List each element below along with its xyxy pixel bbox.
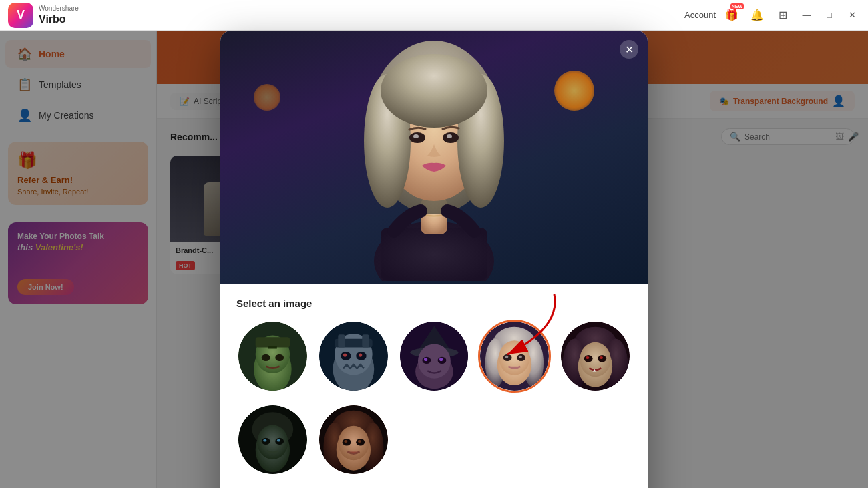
svg-point-28	[359, 354, 362, 357]
modal-close-button[interactable]: ✕	[620, 40, 638, 59]
title-bar: V Wondershare Virbo Account 🎁 NEW 🔔 ⊞ — …	[0, 0, 868, 31]
svg-rect-23	[338, 334, 345, 347]
svg-point-77	[358, 440, 361, 443]
avatar-item-2[interactable]	[317, 320, 390, 393]
image-select-modal: ✕ Select an image	[220, 31, 648, 488]
avatar-placeholder-3	[398, 403, 471, 476]
logo-icon: V	[8, 3, 33, 28]
brand-name: Virbo	[39, 13, 79, 25]
avatar-item-6[interactable]	[236, 403, 309, 476]
avatar-circle-4	[480, 322, 549, 391]
avatar-grid-row1	[236, 320, 632, 393]
logo-text: Wondershare Virbo	[39, 5, 79, 25]
brand-top: Wondershare	[39, 5, 79, 13]
avatar-circle-3	[400, 322, 469, 391]
svg-point-76	[344, 440, 347, 443]
svg-point-36	[424, 358, 427, 361]
bg-orb-1	[554, 71, 594, 111]
svg-point-18	[275, 354, 284, 361]
avatar-item-5[interactable]	[559, 320, 632, 393]
svg-point-66	[263, 439, 266, 442]
grid-icon[interactable]: ⊞	[773, 6, 792, 25]
avatar-circle-6	[238, 405, 307, 474]
avatar-placeholder-4	[478, 403, 551, 476]
svg-point-57	[600, 356, 603, 359]
svg-point-27	[343, 354, 347, 357]
modal-preview-image: ✕	[220, 31, 648, 284]
bg-orb-2	[254, 84, 280, 111]
maximize-button[interactable]: □	[821, 7, 837, 23]
svg-point-46	[505, 356, 509, 358]
svg-point-17	[262, 354, 270, 361]
account-label: Account	[684, 10, 716, 20]
svg-rect-24	[362, 334, 369, 347]
avatar-item-7[interactable]	[317, 403, 390, 476]
new-badge: NEW	[730, 3, 744, 9]
svg-point-47	[519, 356, 522, 358]
svg-point-67	[277, 439, 280, 442]
avatar-item-1[interactable]	[236, 320, 309, 393]
gift-icon[interactable]: 🎁 NEW	[722, 6, 741, 25]
avatar-item-4[interactable]	[478, 320, 551, 393]
avatar-placeholder-5	[559, 403, 632, 476]
avatar-item-3[interactable]	[398, 320, 471, 393]
svg-rect-15	[256, 337, 290, 347]
select-image-label: Select an image	[236, 298, 632, 309]
svg-point-37	[439, 358, 443, 361]
minimize-button[interactable]: —	[799, 7, 815, 23]
svg-point-56	[586, 356, 589, 359]
bell-icon[interactable]: 🔔	[748, 6, 767, 25]
portrait-svg	[341, 34, 527, 281]
app-logo: V Wondershare Virbo	[8, 3, 79, 28]
modal-body: Select an image	[220, 284, 648, 488]
avatar-circle-7	[319, 405, 388, 474]
avatar-circle-1	[238, 322, 307, 391]
svg-point-11	[447, 134, 452, 138]
svg-point-7	[381, 54, 487, 128]
titlebar-right: Account 🎁 NEW 🔔 ⊞ — □ ✕	[684, 6, 860, 25]
close-button[interactable]: ✕	[844, 7, 860, 23]
modal-overlay[interactable]: ✕ Select an image	[0, 31, 868, 488]
avatar-grid-row2	[236, 403, 632, 476]
avatar-circle-5	[561, 322, 630, 391]
svg-point-10	[413, 134, 419, 138]
avatar-circle-2	[319, 322, 388, 391]
